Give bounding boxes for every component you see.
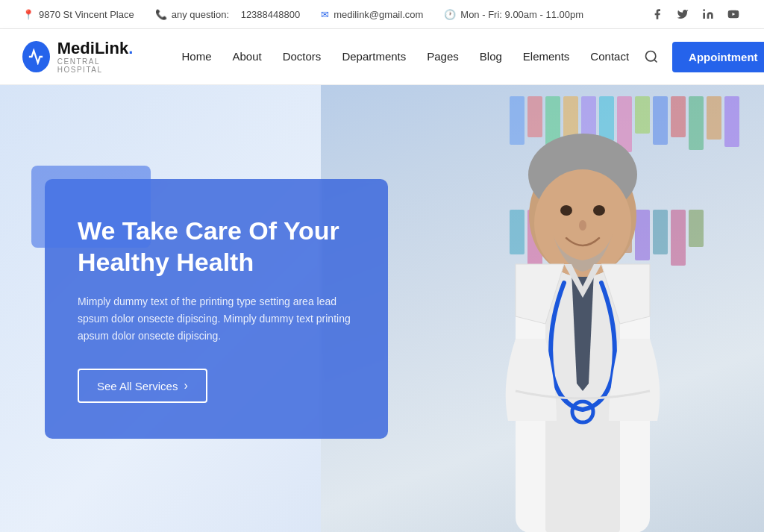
arrow-icon: › bbox=[184, 379, 187, 392]
nav-links: Home About Doctors Departments Pages Blo… bbox=[181, 50, 629, 63]
nav-link-blog[interactable]: Blog bbox=[480, 50, 502, 63]
nav-item-pages[interactable]: Pages bbox=[427, 50, 459, 63]
hours-text: Mon - Fri: 9.00am - 11.00pm bbox=[460, 9, 583, 20]
nav-link-about[interactable]: About bbox=[232, 50, 261, 63]
svg-line-3 bbox=[654, 60, 657, 63]
nav-item-about[interactable]: About bbox=[232, 50, 261, 63]
phone-label: any question: bbox=[172, 9, 229, 20]
nav-link-home[interactable]: Home bbox=[181, 50, 211, 63]
facebook-icon[interactable] bbox=[649, 6, 666, 22]
email-text: medilink@gmail.com bbox=[334, 9, 423, 20]
search-icon[interactable] bbox=[644, 49, 659, 64]
address-text: 9870 St Vincent Place bbox=[39, 9, 134, 20]
svg-point-2 bbox=[646, 51, 656, 61]
logo-link[interactable]: MediLink. CENTRAL HOSPITAL bbox=[22, 40, 137, 74]
doctor-svg bbox=[448, 100, 717, 532]
hero-content: We Take Care Of YourHealthy Health Mimpl… bbox=[45, 179, 388, 439]
social-links bbox=[649, 6, 742, 22]
twitter-icon[interactable] bbox=[674, 6, 691, 22]
nav-item-blog[interactable]: Blog bbox=[480, 50, 502, 63]
hero-description: Mimply dummy text of the printing type s… bbox=[78, 293, 352, 345]
svg-point-0 bbox=[703, 9, 705, 11]
see-services-label: See All Services bbox=[97, 380, 178, 392]
nav-link-contact[interactable]: Contact bbox=[590, 50, 629, 63]
nav-item-elements[interactable]: Elements bbox=[523, 50, 570, 63]
nav-link-doctors[interactable]: Doctors bbox=[283, 50, 322, 63]
logo-icon bbox=[22, 41, 50, 72]
nav-item-contact[interactable]: Contact bbox=[590, 50, 629, 63]
svg-point-12 bbox=[579, 220, 586, 231]
see-services-button[interactable]: See All Services › bbox=[78, 369, 207, 403]
email-icon: ✉ bbox=[321, 9, 329, 20]
hero-title: We Take Care Of YourHealthy Health bbox=[78, 215, 352, 278]
nav-item-home[interactable]: Home bbox=[181, 50, 211, 63]
email-item: ✉ medilink@gmail.com bbox=[321, 9, 423, 20]
hero-section: We Take Care Of YourHealthy Health Mimpl… bbox=[0, 85, 764, 532]
nav-item-departments[interactable]: Departments bbox=[342, 50, 406, 63]
nav-item-doctors[interactable]: Doctors bbox=[283, 50, 322, 63]
nav-link-departments[interactable]: Departments bbox=[342, 50, 406, 63]
clock-icon: 🕐 bbox=[444, 9, 456, 20]
svg-point-11 bbox=[593, 205, 605, 216]
top-bar: 📍 9870 St Vincent Place 📞 any question: … bbox=[0, 0, 764, 29]
logo-name: MediLink. bbox=[57, 40, 137, 57]
appointment-button[interactable]: Appointment bbox=[672, 42, 764, 72]
phone-icon: 📞 bbox=[155, 9, 167, 20]
nav-link-pages[interactable]: Pages bbox=[427, 50, 459, 63]
logo-sub: CENTRAL HOSPITAL bbox=[57, 57, 137, 74]
svg-point-10 bbox=[560, 205, 572, 216]
youtube-icon[interactable] bbox=[725, 6, 742, 22]
linkedin-icon[interactable] bbox=[700, 6, 716, 22]
location-icon: 📍 bbox=[22, 9, 34, 20]
logo-text: MediLink. CENTRAL HOSPITAL bbox=[57, 40, 137, 74]
hero-card: We Take Care Of YourHealthy Health Mimpl… bbox=[45, 179, 388, 439]
hours-item: 🕐 Mon - Fri: 9.00am - 11.00pm bbox=[444, 9, 583, 20]
address-item: 📍 9870 St Vincent Place bbox=[22, 9, 134, 20]
phone-number: 12388448800 bbox=[241, 9, 301, 20]
phone-item: 📞 any question: 12388448800 bbox=[155, 9, 301, 20]
navbar: MediLink. CENTRAL HOSPITAL Home About Do… bbox=[0, 29, 764, 85]
nav-link-elements[interactable]: Elements bbox=[523, 50, 570, 63]
